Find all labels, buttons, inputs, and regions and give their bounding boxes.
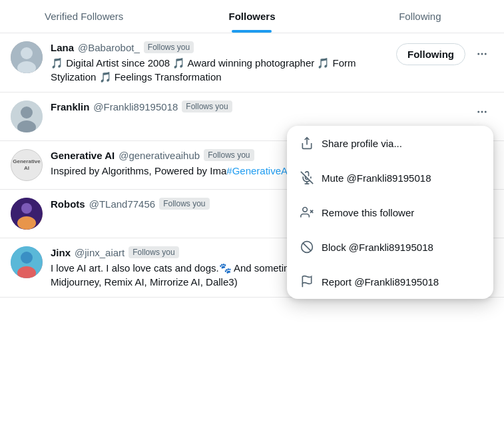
more-button-franklin[interactable] — [471, 101, 493, 123]
user-name-generative-ai: Generative AI — [51, 150, 115, 161]
user-name-jinx: Jinx — [51, 247, 71, 258]
avatar-image-robots — [11, 198, 43, 230]
user-handle-generative-ai: @generativeaihub — [119, 150, 200, 161]
user-row-franklin: Franklin @Frankli89195018 Follows you Sh… — [0, 93, 504, 141]
svg-line-20 — [303, 243, 311, 251]
svg-point-5 — [485, 53, 487, 55]
avatar-lana — [11, 41, 43, 73]
following-button-lana[interactable]: Following — [396, 43, 465, 65]
follows-you-badge-robots: Follows you — [159, 198, 209, 210]
dropdown-item-block[interactable]: Block @Frankli89195018 — [287, 230, 493, 264]
svg-point-32 — [21, 252, 33, 264]
dropdown-item-mute[interactable]: Mute @Frankli89195018 — [287, 160, 493, 195]
svg-point-1 — [21, 47, 33, 59]
avatar-label-genai: GenerativeAI — [13, 158, 40, 171]
name-row-lana: Lana @Babarobot_ Follows you — [51, 41, 388, 53]
svg-point-26 — [21, 203, 32, 214]
tab-bar: Verified Followers Followers Following — [0, 0, 504, 33]
follows-you-badge-jinx: Follows you — [128, 246, 178, 258]
dropdown-label-share: Share profile via... — [322, 138, 402, 149]
ellipsis-icon — [476, 48, 488, 60]
user-name-franklin: Franklin — [51, 101, 89, 112]
dropdown-label-mute: Mute @Frankli89195018 — [322, 172, 431, 184]
avatar-franklin — [11, 101, 43, 132]
avatar-image-jinx — [11, 246, 43, 278]
user-info-franklin: Franklin @Frankli89195018 Follows you — [51, 101, 463, 112]
user-row-lana: Lana @Babarobot_ Follows you 🎵 Digital A… — [0, 33, 504, 93]
dropdown-label-remove: Remove this follower — [322, 207, 414, 218]
user-handle-franklin: @Frankli89195018 — [93, 101, 178, 112]
dropdown-item-share[interactable]: Share profile via... — [287, 126, 493, 160]
dropdown-item-report[interactable]: Report @Frankli89195018 — [287, 264, 493, 299]
follows-you-badge-franklin: Follows you — [182, 101, 232, 112]
user-info-lana: Lana @Babarobot_ Follows you 🎵 Digital A… — [51, 41, 388, 84]
tab-verified-followers[interactable]: Verified Followers — [0, 0, 168, 33]
svg-point-11 — [485, 111, 487, 113]
svg-point-4 — [481, 53, 483, 55]
user-handle-jinx: @jinx_aiart — [75, 247, 125, 258]
avatar-jinx — [11, 246, 43, 278]
svg-point-7 — [21, 107, 33, 118]
user-handle-lana: @Babarobot_ — [78, 42, 140, 53]
follows-you-badge-lana: Follows you — [144, 41, 194, 53]
report-icon — [300, 275, 314, 288]
avatar-generative-ai: GenerativeAI — [11, 149, 43, 181]
more-button-lana[interactable] — [471, 43, 493, 65]
dropdown-label-block: Block @Frankli89195018 — [322, 242, 433, 253]
user-handle-robots: @TLand77456 — [89, 198, 155, 210]
user-name-robots: Robots — [51, 198, 85, 210]
actions-lana: Following — [396, 41, 493, 65]
avatar-image-lana — [11, 41, 43, 73]
actions-franklin — [471, 101, 493, 123]
avatar-image-franklin — [11, 101, 43, 132]
ellipsis-icon-franklin — [476, 106, 488, 118]
svg-point-10 — [481, 111, 483, 113]
remove-follower-icon — [300, 206, 314, 219]
tab-following[interactable]: Following — [336, 0, 504, 33]
tab-followers[interactable]: Followers — [168, 0, 336, 33]
block-icon — [300, 240, 314, 254]
svg-point-16 — [303, 208, 308, 212]
share-icon — [300, 136, 314, 150]
mute-icon — [300, 171, 314, 184]
name-row-franklin: Franklin @Frankli89195018 Follows you — [51, 101, 463, 112]
svg-point-27 — [17, 216, 36, 230]
avatar-robots — [11, 198, 43, 230]
follows-you-badge-generative-ai: Follows you — [204, 149, 254, 161]
dropdown-item-remove[interactable]: Remove this follower — [287, 195, 493, 230]
svg-point-9 — [477, 111, 479, 113]
dropdown-label-report: Report @Frankli89195018 — [322, 276, 439, 288]
svg-point-3 — [477, 53, 479, 55]
user-bio-lana: 🎵 Digital Artist since 2008 🎵 Award winn… — [51, 56, 388, 84]
user-name-lana: Lana — [51, 42, 74, 53]
context-menu: Share profile via... Mute @Frankli891950… — [287, 126, 493, 299]
